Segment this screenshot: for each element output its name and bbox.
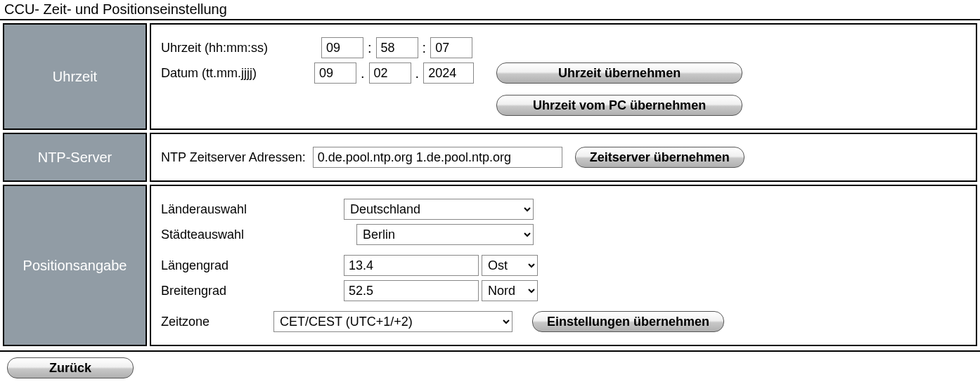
section-content-position: Länderauswahl Deutschland Städteauswahl … bbox=[150, 185, 977, 346]
date-month-input[interactable] bbox=[369, 62, 411, 84]
time-hours-input[interactable] bbox=[321, 37, 363, 58]
timezone-label: Zeitzone bbox=[161, 315, 273, 329]
time-sep-1: : bbox=[363, 40, 376, 56]
latitude-label: Breitengrad bbox=[161, 284, 344, 298]
time-label: Uhrzeit (hh:mm:ss) bbox=[161, 41, 316, 55]
date-label: Datum (tt.mm.jjjj) bbox=[161, 66, 309, 81]
latitude-direction-select[interactable]: Nord bbox=[482, 280, 538, 301]
time-seconds-input[interactable] bbox=[430, 37, 472, 58]
time-minutes-input[interactable] bbox=[376, 37, 418, 58]
city-label: Städteauswahl bbox=[161, 228, 344, 242]
section-content-time: Uhrzeit (hh:mm:ss) : : Datum (tt.mm.jjjj… bbox=[150, 23, 977, 130]
date-sep-1: . bbox=[356, 65, 369, 81]
ntp-address-input[interactable] bbox=[313, 147, 562, 168]
date-day-input[interactable] bbox=[314, 62, 356, 84]
apply-ntp-button[interactable]: Zeitserver übernehmen bbox=[575, 147, 744, 168]
apply-time-button[interactable]: Uhrzeit übernehmen bbox=[496, 62, 742, 84]
section-header-time: Uhrzeit bbox=[3, 23, 147, 130]
settings-table: Uhrzeit Uhrzeit (hh:mm:ss) : : Datum (tt… bbox=[0, 20, 980, 349]
date-year-input[interactable] bbox=[423, 62, 474, 84]
timezone-select[interactable]: CET/CEST (UTC+1/+2) bbox=[273, 311, 512, 332]
footer: Zurück bbox=[0, 350, 980, 384]
longitude-label: Längengrad bbox=[161, 258, 344, 273]
city-select[interactable]: Berlin bbox=[356, 224, 534, 245]
ntp-label: NTP Zeitserver Adressen: bbox=[161, 150, 306, 165]
back-button[interactable]: Zurück bbox=[7, 357, 134, 378]
longitude-input[interactable] bbox=[344, 255, 479, 276]
time-from-pc-button[interactable]: Uhrzeit vom PC übernehmen bbox=[496, 95, 742, 116]
page-title: CCU- Zeit- und Positionseinstellung bbox=[0, 0, 980, 20]
section-content-ntp: NTP Zeitserver Adressen: Zeitserver über… bbox=[150, 133, 977, 182]
country-label: Länderauswahl bbox=[161, 202, 344, 217]
time-sep-2: : bbox=[418, 40, 431, 56]
section-header-position: Positionsangabe bbox=[3, 185, 147, 346]
latitude-input[interactable] bbox=[344, 280, 479, 301]
date-sep-2: . bbox=[411, 65, 424, 81]
country-select[interactable]: Deutschland bbox=[344, 199, 534, 220]
apply-position-button[interactable]: Einstellungen übernehmen bbox=[532, 311, 724, 332]
longitude-direction-select[interactable]: Ost bbox=[482, 255, 538, 276]
section-header-ntp: NTP-Server bbox=[3, 133, 147, 182]
